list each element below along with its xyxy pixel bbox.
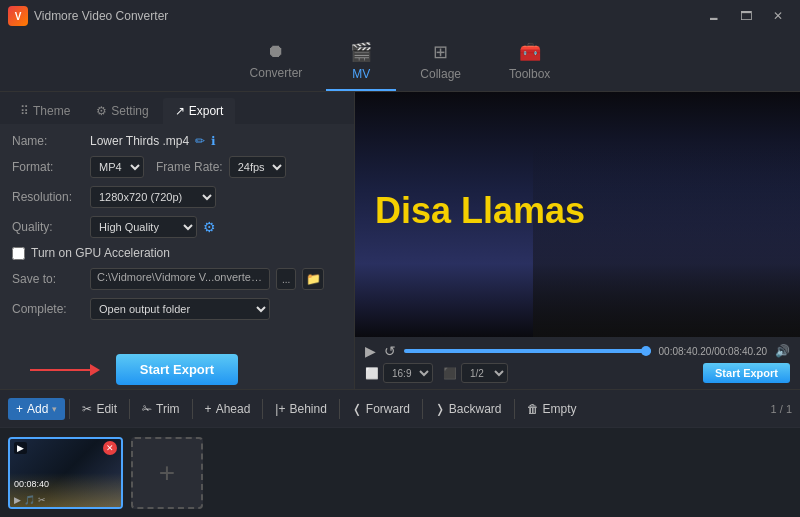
arrow-head (90, 364, 100, 376)
add-icon: + (16, 402, 23, 416)
progress-row: ▶ ↺ 00:08:40.20/00:08:40.20 🔊 (365, 343, 790, 359)
converter-icon: ⏺ (267, 41, 285, 62)
tab-collage[interactable]: ⊞ Collage (396, 32, 485, 91)
empty-button[interactable]: 🗑 Empty (519, 398, 585, 420)
complete-row: Complete: Open output folder Do nothing (12, 298, 342, 320)
start-export-button-right[interactable]: Start Export (703, 363, 790, 383)
subtab-setting-label: Setting (111, 104, 148, 118)
time-label: 00:08:40.20/00:08:40.20 (659, 346, 767, 357)
toolbar-divider-3 (192, 399, 193, 419)
aspect-ratio-select[interactable]: 16:9 4:3 1:1 (383, 363, 433, 383)
theme-icon: ⠿ (20, 104, 29, 118)
tab-collage-label: Collage (420, 67, 461, 81)
behind-icon: |+ (275, 402, 285, 416)
add-button[interactable]: + Add ▾ (8, 398, 65, 420)
timeline: ▶ ✕ 00:08:40 ▶ 🎵 ✂ + (0, 427, 800, 517)
toolbar-divider-6 (422, 399, 423, 419)
gpu-row: Turn on GPU Acceleration (12, 246, 342, 260)
scissors-icon: ✂ (82, 402, 92, 416)
maximize-button[interactable]: 🗖 (732, 6, 760, 26)
resolution-select[interactable]: 1280x720 (720p) 1920x1080 (1080p) (90, 186, 216, 208)
name-value: Lower Thirds .mp4 (90, 134, 189, 148)
edit-icon[interactable]: ✏ (195, 134, 205, 148)
replay-button[interactable]: ↺ (384, 343, 396, 359)
progress-bar[interactable] (404, 349, 651, 353)
subtab-export-label: Export (189, 104, 224, 118)
quality-icon: ⬛ (443, 367, 457, 380)
form-area: Name: Lower Thirds .mp4 ✏ ℹ Format: MP4 … (0, 124, 354, 338)
subtab-theme-label: Theme (33, 104, 70, 118)
format-select[interactable]: MP4 MKV AVI (90, 156, 144, 178)
subtab-setting[interactable]: ⚙ Setting (84, 98, 160, 124)
timeline-close-button[interactable]: ✕ (103, 441, 117, 455)
aspect-ratio-icon: ⬜ (365, 367, 379, 380)
timeline-duration: 00:08:40 (14, 479, 49, 489)
folder-icon[interactable]: 📁 (302, 268, 324, 290)
volume-icon[interactable]: 🔊 (775, 344, 790, 358)
toolbar-divider-5 (339, 399, 340, 419)
info-icon[interactable]: ℹ (211, 134, 216, 148)
quality-gear-icon[interactable]: ⚙ (203, 219, 216, 235)
empty-icon: 🗑 (527, 402, 539, 416)
timeline-add-button[interactable]: + (131, 437, 203, 509)
collage-icon: ⊞ (433, 41, 448, 63)
progress-thumb (641, 346, 651, 356)
setting-icon: ⚙ (96, 104, 107, 118)
app-title: Vidmore Video Converter (34, 9, 168, 23)
backward-button[interactable]: ❭ Backward (427, 398, 510, 420)
tab-converter-label: Converter (250, 66, 303, 80)
ahead-icon: + (205, 402, 212, 416)
right-panel: Disa Llamas ▶ ↺ 00:08:40.20/00:08:40.20 … (355, 92, 800, 389)
quality-fraction-select[interactable]: 1/2 1/4 Full (461, 363, 508, 383)
backward-icon: ❭ (435, 402, 445, 416)
close-button[interactable]: ✕ (764, 6, 792, 26)
saveto-label: Save to: (12, 272, 84, 286)
gpu-label: Turn on GPU Acceleration (31, 246, 170, 260)
toolbar-divider-7 (514, 399, 515, 419)
timeline-overlay: ▶ ✕ (10, 439, 121, 457)
export-btn-area: Start Export (0, 338, 354, 393)
complete-select[interactable]: Open output folder Do nothing (90, 298, 270, 320)
frame-rate-select[interactable]: 24fps 30fps 60fps (229, 156, 286, 178)
mv-icon: 🎬 (350, 41, 372, 63)
gpu-checkbox[interactable] (12, 247, 25, 260)
format-row: Format: MP4 MKV AVI Frame Rate: 24fps 30… (12, 156, 342, 178)
tab-mv[interactable]: 🎬 MV (326, 32, 396, 91)
video-overlay-text: Disa Llamas (375, 189, 585, 231)
trim-icon: ✁ (142, 402, 152, 416)
forward-icon: ❬ (352, 402, 362, 416)
minimize-button[interactable]: 🗕 (700, 6, 728, 26)
saveto-dots-button[interactable]: ... (276, 268, 296, 290)
resolution-label: Resolution: (12, 190, 84, 204)
timeline-item: ▶ ✕ 00:08:40 ▶ 🎵 ✂ (8, 437, 123, 509)
subtab-export[interactable]: ↗ Export (163, 98, 236, 124)
page-info: 1 / 1 (771, 403, 792, 415)
controls-row2: ⬜ 16:9 4:3 1:1 ⬛ 1/2 1/4 Full S (365, 363, 790, 383)
tab-converter[interactable]: ⏺ Converter (226, 32, 327, 91)
forward-button[interactable]: ❬ Forward (344, 398, 418, 420)
subtab-theme[interactable]: ⠿ Theme (8, 98, 82, 124)
bottom-toolbar: + Add ▾ ✂ Edit ✁ Trim + Ahead |+ Behind … (0, 389, 800, 427)
nav-tabs: ⏺ Converter 🎬 MV ⊞ Collage 🧰 Toolbox (0, 32, 800, 92)
arrow-line (30, 369, 90, 371)
edit-button[interactable]: ✂ Edit (74, 398, 125, 420)
start-export-button-left[interactable]: Start Export (116, 354, 238, 385)
timeline-audio-icon[interactable]: 🎵 (24, 495, 35, 505)
toolbar-divider-2 (129, 399, 130, 419)
ahead-button[interactable]: + Ahead (197, 398, 259, 420)
video-preview: Disa Llamas (355, 92, 800, 337)
timeline-cut-icon[interactable]: ✂ (38, 495, 46, 505)
quality-select[interactable]: High Quality Medium Quality Low Quality (90, 216, 197, 238)
behind-button[interactable]: |+ Behind (267, 398, 335, 420)
complete-label: Complete: (12, 302, 84, 316)
tab-toolbox[interactable]: 🧰 Toolbox (485, 32, 574, 91)
tab-mv-label: MV (352, 67, 370, 81)
play-button[interactable]: ▶ (365, 343, 376, 359)
progress-fill (404, 349, 651, 353)
timeline-type-icon: ▶ (14, 442, 27, 454)
timeline-play-icon[interactable]: ▶ (14, 495, 21, 505)
trim-button[interactable]: ✁ Trim (134, 398, 188, 420)
add-dropdown-icon: ▾ (52, 404, 57, 414)
toolbox-icon: 🧰 (519, 41, 541, 63)
sub-tabs: ⠿ Theme ⚙ Setting ↗ Export (0, 92, 354, 124)
